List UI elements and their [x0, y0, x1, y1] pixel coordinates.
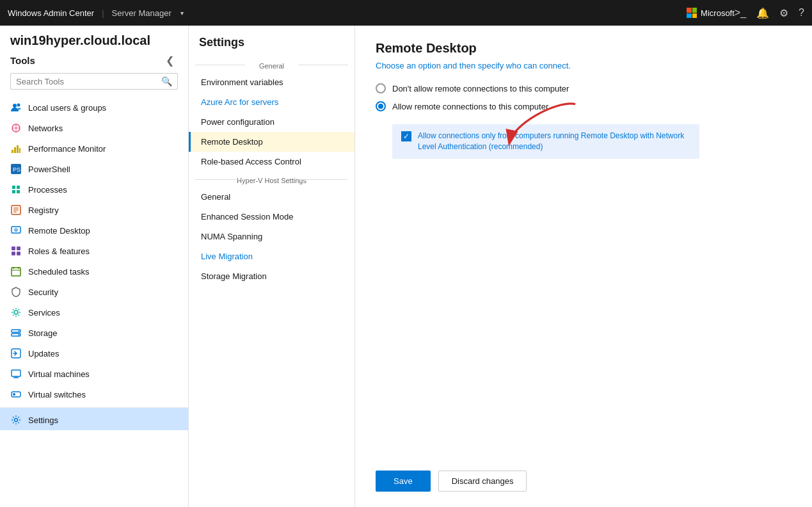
tools-label: Tools: [10, 55, 35, 66]
sidebar-item-scheduled-tasks[interactable]: Scheduled tasks: [0, 261, 188, 282]
microsoft-branding: Microsoft: [687, 8, 735, 18]
save-button[interactable]: Save: [376, 471, 431, 492]
settings-item-power-config[interactable]: Power configuration: [189, 112, 354, 132]
sidebar-item-networks[interactable]: Networks: [0, 118, 188, 138]
sidebar-item-local-users[interactable]: Local users & groups: [0, 97, 188, 118]
ms-logo-yellow: [692, 13, 697, 19]
sidebar-item-storage[interactable]: Storage: [0, 323, 188, 343]
help-icon[interactable]: ?: [799, 7, 804, 19]
sidebar-nav: Local users & groups Networks Performanc…: [0, 97, 188, 507]
radio-option-allow[interactable]: Allow remote connections to this compute…: [376, 101, 792, 111]
radio-label-allow: Allow remote connections to this compute…: [392, 102, 548, 111]
svg-point-29: [14, 310, 18, 314]
ms-logo-red: [687, 8, 692, 13]
settings-item-storage-migration[interactable]: Storage Migration: [189, 266, 354, 286]
bell-icon[interactable]: 🔔: [756, 7, 769, 19]
sidebar-item-services[interactable]: Services: [0, 302, 188, 323]
remote-desktop-nav-icon: [10, 225, 22, 236]
sidebar-item-label-local-users: Local users & groups: [28, 103, 106, 113]
settings-item-general[interactable]: General: [189, 187, 354, 207]
checkbox-container: ✓ Allow connections only from computers …: [392, 124, 699, 159]
sidebar-item-label-security: Security: [28, 287, 58, 297]
gear-icon[interactable]: ⚙: [779, 7, 788, 19]
radio-group: Don't allow remote connections to this c…: [376, 83, 792, 111]
page-title: win19hyper.cloud.local: [10, 33, 178, 48]
sidebar-item-roles-features[interactable]: Roles & features: [0, 241, 188, 261]
server-manager-dropdown-icon[interactable]: ▾: [180, 10, 184, 17]
settings-panel: Settings General Environment variables A…: [189, 26, 355, 507]
terminal-icon[interactable]: >_: [735, 7, 746, 19]
settings-nav-icon: [10, 414, 22, 426]
sidebar-item-powershell[interactable]: PS PowerShell: [0, 159, 188, 179]
virtual-machines-icon: [10, 368, 22, 380]
sidebar-item-processes[interactable]: Processes: [0, 179, 188, 200]
sidebar-item-settings[interactable]: Settings: [0, 407, 188, 430]
sidebar-item-registry[interactable]: Registry: [0, 200, 188, 220]
sidebar-item-label-settings: Settings: [28, 415, 58, 425]
sidebar-item-performance-monitor[interactable]: Performance Monitor: [0, 138, 188, 159]
svg-rect-35: [12, 370, 20, 376]
svg-rect-23: [12, 252, 15, 255]
sidebar-item-virtual-machines[interactable]: Virtual machines: [0, 364, 188, 384]
network-icon: [10, 122, 22, 134]
settings-item-role-access[interactable]: Role-based Access Control: [189, 152, 354, 172]
ms-logo-blue: [687, 13, 692, 19]
processes-icon: [10, 184, 22, 195]
svg-point-39: [13, 393, 15, 396]
powershell-icon: PS: [10, 163, 22, 175]
radio-circle-dont-allow[interactable]: [376, 83, 386, 93]
performance-icon: [10, 143, 22, 154]
settings-item-env-vars[interactable]: Environment variables: [189, 72, 354, 92]
updates-icon: [10, 348, 22, 359]
svg-rect-7: [17, 145, 19, 153]
topbar-right: >_ 🔔 ⚙ ?: [735, 7, 804, 19]
search-box[interactable]: 🔍: [10, 73, 178, 90]
sidebar-item-updates[interactable]: Updates: [0, 343, 188, 364]
sidebar-item-label-registry: Registry: [28, 205, 59, 215]
action-buttons: Save Discard changes: [376, 471, 527, 492]
discard-button[interactable]: Discard changes: [438, 471, 527, 492]
checkbox-nla[interactable]: ✓: [401, 131, 411, 141]
security-icon: [10, 286, 22, 298]
content-area: Remote Desktop Choose an option and then…: [355, 26, 812, 507]
sidebar-item-virtual-switches[interactable]: Virtual switches: [0, 384, 188, 405]
search-icon: 🔍: [161, 76, 172, 86]
main-layout: win19hyper.cloud.local Tools ❮ 🔍 Local u…: [0, 26, 812, 507]
radio-circle-allow[interactable]: [376, 101, 386, 111]
sidebar-item-label-roles-features: Roles & features: [28, 246, 90, 256]
radio-option-dont-allow[interactable]: Don't allow remote connections to this c…: [376, 83, 792, 93]
svg-rect-25: [12, 268, 20, 276]
svg-point-33: [19, 334, 20, 335]
sidebar-item-label-updates: Updates: [28, 349, 59, 358]
settings-item-azure-arc[interactable]: Azure Arc for servers: [189, 92, 354, 112]
app-name: Windows Admin Center: [8, 8, 94, 18]
server-manager-label[interactable]: Server Manager: [112, 8, 171, 18]
collapse-button[interactable]: ❮: [162, 53, 178, 68]
sidebar-item-security[interactable]: Security: [0, 282, 188, 302]
services-icon: [10, 307, 22, 318]
svg-point-32: [19, 330, 20, 332]
topbar: Windows Admin Center | Server Manager ▾ …: [0, 0, 812, 26]
content-title: Remote Desktop: [376, 41, 792, 56]
topbar-sep: |: [102, 8, 104, 18]
svg-point-40: [15, 419, 18, 422]
sidebar-item-label-virtual-machines: Virtual machines: [28, 369, 90, 379]
ms-logo-green: [692, 8, 697, 13]
storage-icon: [10, 327, 22, 339]
svg-point-20: [15, 229, 17, 231]
search-input[interactable]: [16, 77, 161, 86]
settings-item-numa-spanning[interactable]: NUMA Spanning: [189, 227, 354, 246]
sidebar-item-label-powershell: PowerShell: [28, 165, 70, 174]
svg-rect-21: [12, 246, 15, 250]
svg-rect-24: [17, 252, 20, 255]
microsoft-logo: [687, 8, 697, 18]
sidebar-item-remote-desktop[interactable]: Remote Desktop: [0, 220, 188, 241]
svg-rect-5: [12, 150, 13, 153]
settings-item-remote-desktop[interactable]: Remote Desktop: [189, 132, 354, 152]
checkbox-check-icon: ✓: [403, 133, 410, 140]
settings-item-enhanced-session[interactable]: Enhanced Session Mode: [189, 207, 354, 227]
users-icon: [10, 102, 22, 113]
scheduled-tasks-icon: [10, 266, 22, 277]
settings-item-live-migration[interactable]: Live Migration: [189, 246, 354, 266]
svg-rect-13: [12, 190, 15, 193]
